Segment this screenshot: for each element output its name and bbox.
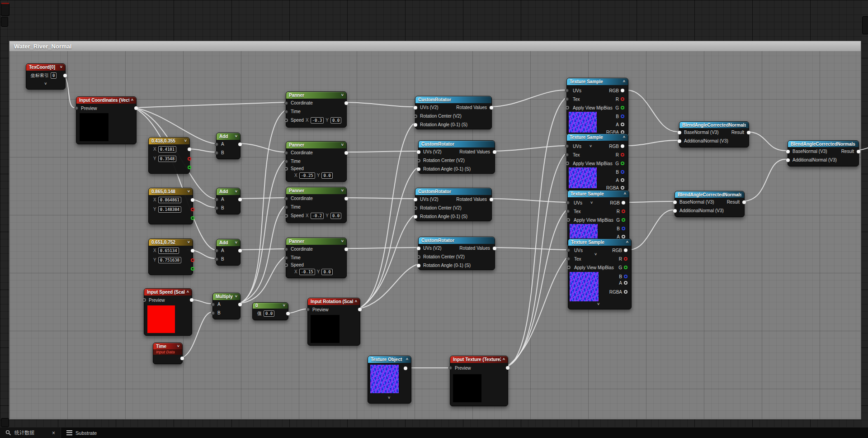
node-time[interactable]: Time ˅ Input Data (153, 343, 183, 364)
input-pin[interactable] (284, 160, 288, 163)
close-icon[interactable]: × (52, 430, 55, 436)
speed-y-input[interactable]: 0.0 (330, 213, 341, 219)
output-pin[interactable] (238, 198, 242, 201)
output-pin-b[interactable] (624, 275, 627, 278)
input-pin[interactable] (414, 106, 417, 110)
chevron-up-icon[interactable]: ˄ (623, 80, 625, 84)
input-pin[interactable] (284, 248, 288, 251)
output-pin[interactable] (286, 312, 290, 315)
node-texture-sample-2[interactable]: Texture Sample ˄ UVs˅ Tex Apply View Mip… (566, 133, 628, 191)
input-pin[interactable] (211, 303, 215, 306)
output-pin-g[interactable] (622, 218, 625, 222)
chevron-down-icon[interactable]: ˅ (341, 239, 344, 243)
output-pin[interactable] (191, 249, 194, 252)
node-header[interactable]: Panner ˅ (286, 187, 346, 194)
chevron-up-icon[interactable]: ˄ (355, 300, 357, 304)
node-input-coordinates[interactable]: Input Coordinates (Vector2) ˄ Preview (76, 96, 137, 144)
output-pin[interactable] (358, 308, 362, 311)
chevron-up-icon[interactable]: ˄ (624, 192, 626, 196)
input-pin[interactable] (786, 150, 790, 153)
value-input[interactable]: 0.0 (264, 310, 274, 317)
output-pin-b[interactable] (621, 114, 624, 118)
node-add-2[interactable]: Add ˅ A B (216, 188, 241, 214)
output-pin[interactable] (188, 148, 191, 151)
input-pin[interactable] (417, 255, 420, 259)
input-pin[interactable] (414, 206, 417, 210)
output-pin[interactable] (742, 200, 746, 204)
chevron-up-icon[interactable]: ˄ (187, 290, 189, 294)
node-header[interactable]: Add ˅ (217, 239, 240, 246)
input-pin[interactable] (414, 123, 417, 127)
input-pin[interactable] (678, 131, 681, 134)
node-header[interactable]: Texture Object ˄ (368, 356, 411, 363)
chevron-down-icon[interactable]: ˅ (188, 240, 190, 244)
output-pin-r[interactable] (621, 153, 624, 157)
input-pin[interactable] (565, 153, 569, 157)
output-pin[interactable] (404, 367, 407, 370)
input-pin[interactable] (566, 106, 569, 110)
input-pin[interactable] (673, 200, 677, 204)
node-custom-rotator-2[interactable]: CustomRotator UVs (V2) Rotated Values Ro… (418, 140, 495, 174)
node-multiply[interactable]: Multiply ˅ A B (212, 293, 241, 319)
node-header[interactable]: CustomRotator (419, 141, 495, 148)
node-panner-1[interactable]: Panner ˅ Coordinate Time Speed X -0.3 Y … (286, 91, 347, 128)
output-pin-r[interactable] (191, 258, 194, 262)
output-pin[interactable] (238, 303, 242, 306)
output-pin[interactable] (134, 106, 138, 110)
input-pin[interactable] (565, 97, 569, 101)
chevron-down-icon[interactable]: ˅ (341, 189, 344, 193)
node-input-texture[interactable]: Input Texture (Texture2D) ˄ Preview (450, 356, 508, 406)
chevron-down-icon[interactable]: ˅ (60, 65, 62, 69)
output-pin[interactable] (63, 74, 67, 77)
output-pin[interactable] (857, 150, 860, 153)
output-pin-r[interactable] (188, 157, 191, 161)
node-header[interactable]: 0 ˅ (253, 303, 288, 309)
node-constant2v-2[interactable]: 0.865,0.148 ˅ X 0.864861 Y 0.148384 (148, 188, 193, 224)
input-pin[interactable] (566, 162, 569, 165)
node-header[interactable]: Input Texture (Texture2D) ˄ (450, 356, 508, 363)
input-pin[interactable] (284, 205, 288, 209)
input-pin[interactable] (284, 119, 288, 122)
chevron-down-icon[interactable]: ˅ (388, 396, 390, 400)
node-header[interactable]: Panner ˅ (286, 238, 346, 245)
input-pin[interactable] (786, 158, 790, 162)
node-header[interactable]: Texture Sample ˄ (567, 78, 628, 85)
chevron-up-icon[interactable]: ˄ (406, 357, 408, 362)
output-pin-g[interactable] (191, 216, 194, 220)
input-pin[interactable] (284, 197, 288, 200)
node-panner-4[interactable]: Panner ˅ Coordinate Time Speed X -0.15 Y… (286, 238, 347, 278)
chevron-down-icon[interactable]: ˅ (44, 82, 47, 86)
speed-y-input[interactable]: 0.0 (330, 117, 341, 124)
chevron-down-icon[interactable]: ˅ (590, 201, 593, 205)
node-header[interactable]: Input Speed (Scalar) ˄ (144, 289, 192, 295)
node-blend-normals-2[interactable]: BlendAngleCorrectedNormals BaseNormal (V… (675, 191, 745, 217)
node-header[interactable]: Add ˅ (217, 133, 240, 140)
input-pin[interactable] (566, 218, 570, 222)
output-pin-rgb[interactable] (622, 201, 625, 205)
input-pin[interactable] (566, 209, 570, 213)
node-add-1[interactable]: Add ˅ A B (216, 133, 241, 159)
speed-x-input[interactable]: -0.2 (311, 213, 324, 219)
chevron-down-icon[interactable]: ˅ (235, 241, 237, 245)
node-blend-normals-1[interactable]: BlendAngleCorrectedNormals BaseNormal (V… (679, 121, 749, 148)
input-pin[interactable] (448, 366, 452, 370)
chevron-down-icon[interactable]: ˅ (235, 295, 237, 299)
speed-x-input[interactable]: -0.3 (311, 117, 324, 124)
input-pin[interactable] (284, 263, 288, 267)
node-header[interactable]: CustomRotator (415, 96, 491, 103)
node-header[interactable]: CustomRotator (419, 237, 495, 244)
chevron-up-icon[interactable]: ˄ (626, 240, 628, 244)
output-pin-a[interactable] (624, 281, 627, 285)
input-pin[interactable] (215, 151, 218, 155)
input-pin[interactable] (417, 150, 420, 154)
input-pin[interactable] (142, 298, 146, 302)
chevron-up-icon[interactable]: ˄ (503, 357, 505, 362)
node-constant2v-3[interactable]: 0.651,0.752 ˅ X 0.65134 Y 0.751638 (148, 238, 193, 275)
chevron-down-icon[interactable]: ˅ (188, 190, 190, 194)
speed-y-input[interactable]: 0.0 (321, 269, 332, 275)
coord-index-input[interactable]: 0 (51, 72, 57, 79)
output-pin[interactable] (506, 366, 509, 370)
input-pin[interactable] (566, 257, 570, 261)
output-pin[interactable] (493, 150, 496, 154)
node-header[interactable]: Time ˅ (153, 343, 182, 349)
